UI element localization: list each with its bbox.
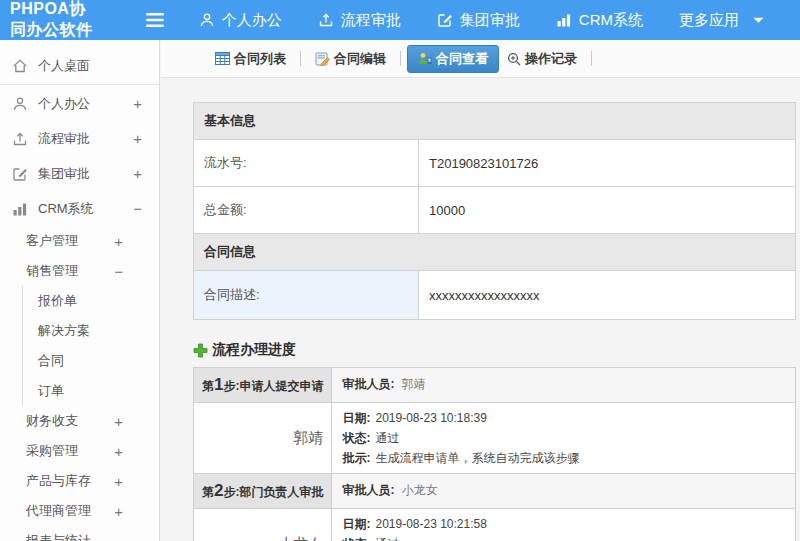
approver-label: 审批人员:: [342, 377, 394, 391]
basic-info-table: 基本信息 流水号: T20190823101726 总金额: 10000 合同信…: [193, 102, 796, 320]
topnav-label: 个人办公: [222, 11, 282, 30]
step-detail-row: 郭靖 日期:2019-08-23 10:18:39 状态:通过 批示:生成流程申…: [194, 403, 796, 474]
tab-divider: [400, 51, 401, 66]
edit-page-icon: [315, 52, 330, 66]
collapse-icon[interactable]: −: [114, 263, 123, 280]
sidebar-item-sales-mgmt[interactable]: 销售管理 −: [0, 256, 159, 286]
sidebar-item-personal-office[interactable]: 个人办公 +: [0, 86, 159, 121]
expand-icon[interactable]: +: [133, 165, 142, 182]
tab-divider: [300, 51, 301, 66]
sidebar-item-label: 报价单: [38, 292, 77, 310]
edit-square-icon: [12, 166, 29, 182]
sidebar-item-finance[interactable]: 财务收支 +: [0, 406, 159, 436]
field-label-contract-desc: 合同描述:: [194, 271, 419, 320]
sidebar-item-customer-mgmt[interactable]: 客户管理 +: [0, 226, 159, 256]
expand-icon[interactable]: +: [114, 443, 123, 460]
hamburger-menu-icon[interactable]: [145, 12, 165, 28]
topnav-item-more-apps[interactable]: 更多应用: [679, 11, 764, 30]
step-title: 第2步:部门负责人审批: [194, 474, 332, 509]
approver-name-cell: 郭靖: [194, 403, 332, 474]
tab-contract-edit[interactable]: 合同编辑: [307, 46, 394, 72]
info-row: 流水号: T20190823101726: [194, 140, 796, 187]
sidebar-item-label: CRM系统: [38, 200, 94, 218]
step-header-row: 第2步:部门负责人审批 审批人员: 小龙女: [194, 474, 796, 509]
sidebar-item-label: 个人桌面: [38, 57, 90, 75]
sidebar-item-quotation[interactable]: 报价单: [23, 286, 159, 316]
table-icon: [215, 52, 230, 65]
field-value-total-amount: 10000: [419, 187, 796, 234]
zoom-in-icon: [507, 52, 521, 66]
expand-icon[interactable]: +: [114, 473, 123, 490]
green-plus-icon: [193, 343, 208, 358]
tab-bar: 合同列表 合同编辑 合同查看 操作记录: [161, 40, 800, 78]
chevron-down-icon: [753, 17, 764, 24]
sidebar-item-solution[interactable]: 解决方案: [23, 316, 159, 346]
bar-chart-icon: [12, 201, 29, 217]
sidebar-item-contract[interactable]: 合同: [23, 346, 159, 376]
topnav-label: 流程审批: [341, 11, 401, 30]
approver-cell: 审批人员: 郭靖: [332, 368, 796, 403]
section-header-row: 合同信息: [194, 234, 796, 271]
sidebar-item-label: 产品与库存: [26, 472, 91, 490]
step-header-row: 第1步:申请人提交申请 审批人员: 郭靖: [194, 368, 796, 403]
step-detail-cell: 日期:2019-08-23 10:21:58 状态:通过 批示:通过: [332, 509, 796, 541]
tab-operation-log[interactable]: 操作记录: [499, 46, 585, 72]
sidebar-item-personal-desktop[interactable]: 个人桌面: [0, 48, 159, 83]
app-title: PHPOA协同办公软件: [10, 0, 93, 41]
sidebar-item-label: 合同: [38, 352, 64, 370]
approver-name: 小龙女: [402, 483, 438, 497]
sidebar-item-group-approval[interactable]: 集团审批 +: [0, 156, 159, 191]
tab-label: 合同编辑: [334, 50, 386, 68]
expand-icon[interactable]: +: [133, 95, 142, 112]
tab-contract-list[interactable]: 合同列表: [207, 46, 294, 72]
sidebar-item-product-inventory[interactable]: 产品与库存 +: [0, 466, 159, 496]
topnav-item-workflow-approval[interactable]: 流程审批: [318, 11, 401, 30]
expand-icon[interactable]: +: [133, 130, 142, 147]
tab-contract-view[interactable]: 合同查看: [407, 45, 499, 73]
person-view-icon: [418, 52, 432, 65]
top-bar: PHPOA协同办公软件 个人办公 流程审批 集团审批 CRM系统: [0, 0, 800, 40]
sidebar: 个人桌面 个人办公 + 流程审批 + 集团审批 + CRM系统 − 客户管理 +…: [0, 40, 160, 541]
sidebar-item-report-stats[interactable]: 报表与统计: [0, 526, 159, 541]
field-label-serial-no: 流水号:: [194, 140, 419, 187]
detail-line-status: 状态:通过: [342, 534, 785, 541]
field-value-serial-no: T20190823101726: [419, 140, 796, 187]
approver-cell: 审批人员: 小龙女: [332, 474, 796, 509]
sidebar-item-purchase-mgmt[interactable]: 采购管理 +: [0, 436, 159, 466]
sidebar-item-label: 报表与统计: [26, 532, 91, 541]
edit-square-icon: [437, 12, 453, 28]
workflow-icon: [12, 131, 29, 147]
tab-label: 操作记录: [525, 50, 577, 68]
user-icon: [12, 96, 29, 112]
topnav-item-personal-office[interactable]: 个人办公: [199, 11, 282, 30]
info-row: 合同描述: xxxxxxxxxxxxxxxxx: [194, 271, 796, 320]
sidebar-item-order[interactable]: 订单: [23, 376, 159, 406]
user-icon: [199, 12, 215, 28]
sidebar-item-label: 流程审批: [38, 130, 90, 148]
sidebar-divider: [0, 84, 159, 85]
collapse-icon[interactable]: −: [133, 200, 142, 217]
detail-line-date: 日期:2019-08-23 10:21:58: [342, 514, 785, 534]
bar-chart-icon: [556, 12, 572, 28]
expand-icon[interactable]: +: [114, 503, 123, 520]
home-icon: [12, 58, 29, 74]
expand-icon[interactable]: +: [114, 233, 123, 250]
top-navigation: 个人办公 流程审批 集团审批 CRM系统 更多应用: [199, 11, 800, 30]
sidebar-item-label: 销售管理: [26, 262, 78, 280]
expand-icon[interactable]: +: [114, 413, 123, 430]
sidebar-item-crm-system[interactable]: CRM系统 −: [0, 191, 159, 226]
topnav-item-group-approval[interactable]: 集团审批: [437, 11, 520, 30]
sidebar-item-label: 订单: [38, 382, 64, 400]
sidebar-item-label: 采购管理: [26, 442, 78, 460]
main-area: 合同列表 合同编辑 合同查看 操作记录 基本信息: [161, 40, 800, 541]
approver-label: 审批人员:: [342, 483, 394, 497]
field-value-contract-desc: xxxxxxxxxxxxxxxxx: [419, 271, 796, 320]
progress-table: 第1步:申请人提交申请 审批人员: 郭靖 郭靖 日期:2019-08-23 10…: [193, 367, 796, 541]
workflow-icon: [318, 12, 334, 28]
topnav-item-crm-system[interactable]: CRM系统: [556, 11, 643, 30]
step-detail-cell: 日期:2019-08-23 10:18:39 状态:通过 批示:生成流程申请单，…: [332, 403, 796, 474]
sidebar-item-workflow-approval[interactable]: 流程审批 +: [0, 121, 159, 156]
detail-line-date: 日期:2019-08-23 10:18:39: [342, 408, 785, 428]
sidebar-item-agent-mgmt[interactable]: 代理商管理 +: [0, 496, 159, 526]
tab-divider: [591, 51, 592, 66]
